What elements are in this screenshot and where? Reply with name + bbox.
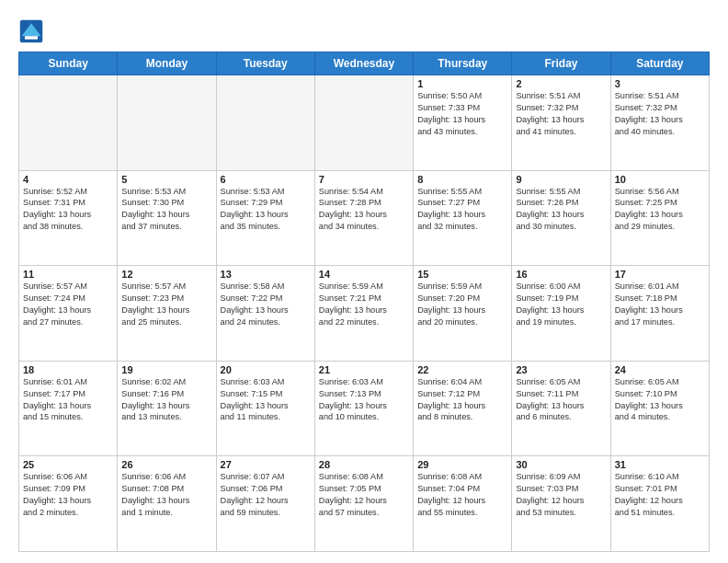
day-number: 23	[516, 364, 606, 375]
weekday-saturday: Saturday	[610, 52, 709, 75]
day-number: 24	[615, 364, 705, 375]
week-row-4: 18Sunrise: 6:01 AM Sunset: 7:17 PM Dayli…	[19, 361, 710, 456]
day-info: Sunrise: 6:00 AM Sunset: 7:19 PM Dayligh…	[516, 281, 606, 328]
week-row-5: 25Sunrise: 6:06 AM Sunset: 7:09 PM Dayli…	[19, 456, 710, 552]
day-number: 22	[417, 364, 507, 375]
day-cell: 24Sunrise: 6:05 AM Sunset: 7:10 PM Dayli…	[610, 361, 709, 456]
day-number: 11	[23, 269, 113, 280]
day-cell: 10Sunrise: 5:56 AM Sunset: 7:25 PM Dayli…	[610, 170, 709, 266]
day-info: Sunrise: 5:57 AM Sunset: 7:23 PM Dayligh…	[121, 281, 211, 328]
day-cell: 8Sunrise: 5:55 AM Sunset: 7:27 PM Daylig…	[414, 170, 512, 266]
day-info: Sunrise: 5:59 AM Sunset: 7:20 PM Dayligh…	[417, 281, 507, 328]
day-info: Sunrise: 6:01 AM Sunset: 7:18 PM Dayligh…	[615, 281, 705, 328]
day-info: Sunrise: 6:04 AM Sunset: 7:12 PM Dayligh…	[417, 376, 507, 424]
day-number: 7	[319, 174, 409, 185]
day-cell: 23Sunrise: 6:05 AM Sunset: 7:11 PM Dayli…	[512, 361, 610, 456]
week-row-3: 11Sunrise: 5:57 AM Sunset: 7:24 PM Dayli…	[19, 266, 710, 362]
day-cell	[19, 75, 118, 171]
day-info: Sunrise: 6:07 AM Sunset: 7:06 PM Dayligh…	[221, 471, 311, 519]
day-cell: 1Sunrise: 5:50 AM Sunset: 7:33 PM Daylig…	[414, 75, 512, 171]
day-cell: 27Sunrise: 6:07 AM Sunset: 7:06 PM Dayli…	[216, 456, 314, 552]
logo	[18, 18, 48, 44]
day-info: Sunrise: 5:52 AM Sunset: 7:31 PM Dayligh…	[23, 186, 113, 234]
day-cell: 19Sunrise: 6:02 AM Sunset: 7:16 PM Dayli…	[118, 361, 216, 456]
day-cell: 18Sunrise: 6:01 AM Sunset: 7:17 PM Dayli…	[19, 361, 118, 456]
day-cell: 20Sunrise: 6:03 AM Sunset: 7:15 PM Dayli…	[216, 361, 314, 456]
day-info: Sunrise: 6:06 AM Sunset: 7:09 PM Dayligh…	[23, 471, 113, 519]
day-number: 31	[615, 459, 705, 470]
day-number: 9	[516, 174, 606, 185]
day-info: Sunrise: 5:57 AM Sunset: 7:24 PM Dayligh…	[23, 281, 113, 328]
day-cell: 13Sunrise: 5:58 AM Sunset: 7:22 PM Dayli…	[216, 266, 314, 362]
day-info: Sunrise: 5:56 AM Sunset: 7:25 PM Dayligh…	[615, 186, 705, 234]
day-info: Sunrise: 5:55 AM Sunset: 7:26 PM Dayligh…	[516, 186, 606, 234]
day-info: Sunrise: 6:03 AM Sunset: 7:13 PM Dayligh…	[319, 376, 409, 424]
day-info: Sunrise: 6:05 AM Sunset: 7:10 PM Dayligh…	[615, 376, 705, 424]
day-cell: 12Sunrise: 5:57 AM Sunset: 7:23 PM Dayli…	[118, 266, 216, 362]
day-info: Sunrise: 6:05 AM Sunset: 7:11 PM Dayligh…	[516, 376, 606, 424]
day-cell	[216, 75, 314, 171]
day-cell	[314, 75, 413, 171]
day-info: Sunrise: 5:54 AM Sunset: 7:28 PM Dayligh…	[319, 186, 409, 234]
day-number: 8	[417, 174, 507, 185]
day-cell: 25Sunrise: 6:06 AM Sunset: 7:09 PM Dayli…	[19, 456, 118, 552]
day-cell: 4Sunrise: 5:52 AM Sunset: 7:31 PM Daylig…	[19, 170, 118, 266]
weekday-monday: Monday	[118, 52, 216, 75]
day-cell: 29Sunrise: 6:08 AM Sunset: 7:04 PM Dayli…	[414, 456, 512, 552]
day-cell: 28Sunrise: 6:08 AM Sunset: 7:05 PM Dayli…	[314, 456, 413, 552]
day-number: 18	[23, 364, 113, 375]
day-info: Sunrise: 5:58 AM Sunset: 7:22 PM Dayligh…	[221, 281, 311, 328]
weekday-friday: Friday	[512, 52, 610, 75]
day-number: 5	[121, 174, 211, 185]
day-info: Sunrise: 5:51 AM Sunset: 7:32 PM Dayligh…	[615, 90, 705, 138]
day-info: Sunrise: 6:09 AM Sunset: 7:03 PM Dayligh…	[516, 471, 606, 519]
day-number: 27	[221, 459, 311, 470]
day-number: 17	[615, 269, 705, 280]
day-cell: 26Sunrise: 6:06 AM Sunset: 7:08 PM Dayli…	[118, 456, 216, 552]
day-cell: 22Sunrise: 6:04 AM Sunset: 7:12 PM Dayli…	[414, 361, 512, 456]
day-number: 25	[23, 459, 113, 470]
day-info: Sunrise: 6:08 AM Sunset: 7:05 PM Dayligh…	[319, 471, 409, 519]
week-row-2: 4Sunrise: 5:52 AM Sunset: 7:31 PM Daylig…	[19, 170, 710, 266]
day-number: 13	[221, 269, 311, 280]
day-number: 19	[121, 364, 211, 375]
day-number: 2	[516, 78, 606, 89]
day-info: Sunrise: 6:01 AM Sunset: 7:17 PM Dayligh…	[23, 376, 113, 424]
day-cell: 17Sunrise: 6:01 AM Sunset: 7:18 PM Dayli…	[610, 266, 709, 362]
day-info: Sunrise: 6:03 AM Sunset: 7:15 PM Dayligh…	[221, 376, 311, 424]
header	[18, 15, 710, 44]
weekday-sunday: Sunday	[19, 52, 118, 75]
day-cell: 7Sunrise: 5:54 AM Sunset: 7:28 PM Daylig…	[314, 170, 413, 266]
day-number: 14	[319, 269, 409, 280]
week-row-1: 1Sunrise: 5:50 AM Sunset: 7:33 PM Daylig…	[19, 75, 710, 171]
day-cell	[118, 75, 216, 171]
day-info: Sunrise: 5:51 AM Sunset: 7:32 PM Dayligh…	[516, 90, 606, 138]
day-cell: 2Sunrise: 5:51 AM Sunset: 7:32 PM Daylig…	[512, 75, 610, 171]
day-number: 21	[319, 364, 409, 375]
logo-icon	[18, 18, 44, 44]
day-info: Sunrise: 6:08 AM Sunset: 7:04 PM Dayligh…	[417, 471, 507, 519]
day-number: 1	[417, 78, 507, 89]
day-number: 4	[23, 174, 113, 185]
day-number: 15	[417, 269, 507, 280]
weekday-thursday: Thursday	[414, 52, 512, 75]
page: SundayMondayTuesdayWednesdayThursdayFrid…	[0, 0, 728, 563]
day-number: 20	[221, 364, 311, 375]
day-cell: 15Sunrise: 5:59 AM Sunset: 7:20 PM Dayli…	[414, 266, 512, 362]
day-info: Sunrise: 6:02 AM Sunset: 7:16 PM Dayligh…	[121, 376, 211, 424]
day-number: 12	[121, 269, 211, 280]
day-cell: 21Sunrise: 6:03 AM Sunset: 7:13 PM Dayli…	[314, 361, 413, 456]
day-cell: 14Sunrise: 5:59 AM Sunset: 7:21 PM Dayli…	[314, 266, 413, 362]
day-number: 28	[319, 459, 409, 470]
day-number: 6	[221, 174, 311, 185]
day-info: Sunrise: 6:10 AM Sunset: 7:01 PM Dayligh…	[615, 471, 705, 519]
day-cell: 6Sunrise: 5:53 AM Sunset: 7:29 PM Daylig…	[216, 170, 314, 266]
day-number: 29	[417, 459, 507, 470]
weekday-header-row: SundayMondayTuesdayWednesdayThursdayFrid…	[19, 52, 710, 75]
day-cell: 5Sunrise: 5:53 AM Sunset: 7:30 PM Daylig…	[118, 170, 216, 266]
day-info: Sunrise: 5:53 AM Sunset: 7:30 PM Dayligh…	[121, 186, 211, 234]
weekday-tuesday: Tuesday	[216, 52, 314, 75]
day-cell: 31Sunrise: 6:10 AM Sunset: 7:01 PM Dayli…	[610, 456, 709, 552]
day-cell: 3Sunrise: 5:51 AM Sunset: 7:32 PM Daylig…	[610, 75, 709, 171]
day-number: 3	[615, 78, 705, 89]
